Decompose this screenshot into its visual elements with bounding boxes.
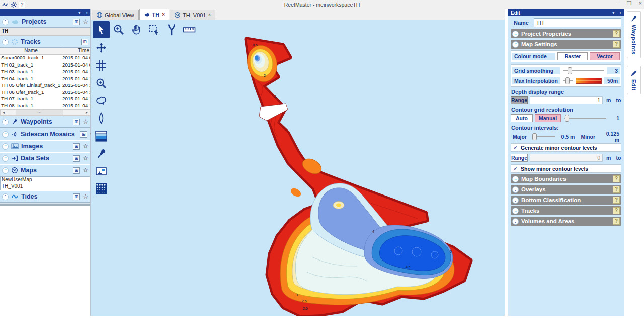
manual-button[interactable]: Manual bbox=[535, 114, 561, 122]
pin-panel-icon[interactable]: ⊸ bbox=[84, 10, 88, 15]
sidebar-section-datasets[interactable]: ⌃ Data Sets ⊞ ☆ bbox=[0, 152, 90, 164]
vector-button[interactable]: Vector bbox=[590, 52, 620, 60]
section-tracks[interactable]: ⌄ Tracks ? bbox=[511, 206, 621, 215]
section-volumes-areas[interactable]: ⌄ Volumes and Areas ? bbox=[511, 217, 621, 226]
favorite-star-icon[interactable]: ☆ bbox=[83, 18, 88, 25]
resolution-slider[interactable] bbox=[563, 114, 607, 122]
help-icon[interactable]: ? bbox=[613, 30, 620, 37]
scroll-right-icon[interactable]: ▸ bbox=[84, 110, 90, 115]
generate-minor-contours-row[interactable]: ✔ Generate minor contour levels bbox=[511, 143, 621, 152]
favorite-star-icon[interactable]: ☆ bbox=[83, 193, 88, 200]
collapse-chevron-icon[interactable]: ⌃ bbox=[512, 41, 519, 48]
major-interval-slider[interactable] bbox=[531, 133, 556, 141]
collapse-chevron-icon[interactable]: ⌃ bbox=[2, 155, 9, 162]
grid-toggle-button[interactable] bbox=[93, 57, 110, 74]
tracks-horizontal-scrollbar[interactable]: ◂ ⋯ ▸ bbox=[0, 109, 90, 116]
add-map-button[interactable]: ⊞ bbox=[73, 167, 80, 174]
scrollbar-thumb[interactable]: ⋯ bbox=[16, 110, 63, 115]
map-item-newusermap[interactable]: NewUserMap bbox=[1, 177, 90, 183]
help-icon[interactable]: ? bbox=[613, 41, 620, 48]
help-icon[interactable]: ? bbox=[613, 175, 620, 182]
collapse-chevron-icon[interactable]: ⌄ bbox=[512, 186, 519, 193]
panel-splitter[interactable] bbox=[505, 9, 508, 316]
section-map-settings[interactable]: ⌃ Map Settings ? bbox=[511, 40, 621, 49]
column-name[interactable]: Name bbox=[0, 48, 62, 54]
add-waypoint-button[interactable]: ⊞ bbox=[73, 119, 80, 125]
bathymetry-map[interactable]: 0.5 2 1 4 4.5 5 3 2.5 2.5 bbox=[91, 20, 505, 316]
restore-button[interactable]: ❐ bbox=[627, 0, 632, 7]
sidebar-section-tracks[interactable]: ⌃ Tracks ⊞ bbox=[0, 36, 90, 48]
column-time[interactable]: Time bbox=[62, 48, 90, 54]
slider-thumb[interactable] bbox=[532, 133, 537, 140]
collapse-chevron-icon[interactable]: ⌃ bbox=[2, 167, 9, 174]
tab-edit-vertical[interactable]: Edit bbox=[627, 66, 641, 94]
track-row[interactable]: TH 02_track_12015-01-04 0 bbox=[0, 62, 90, 69]
scroll-left-icon[interactable]: ◂ bbox=[1, 110, 7, 115]
sidebar-section-waypoints[interactable]: ⌃ Waypoints ⊞ ☆ bbox=[0, 116, 90, 128]
show-minor-contours-row[interactable]: ✔ Show minor contour levels bbox=[511, 164, 621, 173]
grid-smoothing-slider[interactable] bbox=[562, 67, 605, 75]
add-tide-button[interactable]: ⊞ bbox=[73, 193, 80, 200]
depth-range-button[interactable]: Range bbox=[511, 96, 528, 104]
name-input[interactable] bbox=[534, 18, 621, 27]
section-project-properties[interactable]: ⌄ Project Properties ? bbox=[511, 29, 621, 38]
close-tab-icon[interactable]: × bbox=[208, 12, 211, 18]
texture-fill-button[interactable] bbox=[93, 180, 110, 198]
collapse-chevron-icon[interactable]: ⌄ bbox=[512, 176, 519, 182]
depth-shading-button[interactable] bbox=[93, 127, 110, 145]
section-map-boundaries[interactable]: ⌄ Map Boundaries ? bbox=[511, 174, 621, 183]
minor-from-input[interactable] bbox=[530, 154, 603, 162]
show-minor-checkbox[interactable]: ✔ bbox=[513, 166, 518, 171]
collapse-chevron-icon[interactable]: ⌄ bbox=[512, 218, 519, 225]
slider-thumb[interactable] bbox=[565, 115, 569, 122]
tab-waypoints-vertical[interactable]: Waypoints bbox=[627, 11, 641, 58]
max-interpolation-slider[interactable] bbox=[562, 77, 574, 85]
measure-tool-button[interactable] bbox=[181, 21, 198, 38]
zoom-tool-button[interactable] bbox=[110, 21, 127, 38]
tracks-table-header[interactable]: Name Time bbox=[0, 48, 90, 55]
favorite-star-icon[interactable]: ☆ bbox=[83, 118, 88, 125]
generate-minor-checkbox[interactable]: ✔ bbox=[513, 145, 518, 150]
collapse-chevron-icon[interactable]: ⌄ bbox=[512, 31, 519, 37]
export-image-button[interactable] bbox=[93, 163, 110, 180]
collapse-chevron-icon[interactable]: ⌄ bbox=[512, 197, 519, 204]
add-project-button[interactable]: ⊞ bbox=[73, 19, 80, 25]
pan-tool-button[interactable] bbox=[128, 21, 145, 38]
sidebar-section-images[interactable]: ⌃ Images ⊞ ☆ bbox=[0, 140, 90, 152]
project-item-th[interactable]: TH bbox=[0, 28, 90, 36]
zoom-region-button[interactable] bbox=[93, 75, 110, 92]
track-row[interactable]: TH 05 Ufer Einlauf_track_12015-01-04 1 bbox=[0, 82, 90, 89]
pin-tool-button[interactable] bbox=[93, 145, 110, 162]
sidebar-section-maps[interactable]: ⌃ Maps ⊞ ☆ bbox=[0, 164, 90, 176]
map-canvas[interactable]: 0.5 2 1 4 4.5 5 3 2.5 2.5 bbox=[91, 20, 505, 316]
depth-from-input[interactable] bbox=[530, 96, 603, 104]
add-image-button[interactable]: ⊞ bbox=[73, 143, 80, 150]
add-track-button[interactable]: ⊞ bbox=[81, 39, 88, 45]
help-icon[interactable]: ? bbox=[613, 197, 620, 204]
track-row[interactable]: TH 08_track_12015-01-04 1 bbox=[0, 103, 90, 110]
collapse-chevron-icon[interactable]: ⌃ bbox=[2, 131, 9, 138]
help-icon[interactable]: ? bbox=[613, 218, 620, 225]
map-item-th-v001[interactable]: TH_V001 bbox=[1, 183, 90, 190]
raster-button[interactable]: Raster bbox=[557, 52, 588, 60]
map-boundary-button[interactable] bbox=[93, 92, 110, 109]
section-overlays[interactable]: ⌄ Overlays ? bbox=[511, 185, 621, 194]
collapse-chevron-icon[interactable]: ⌃ bbox=[2, 143, 9, 150]
marquee-select-tool-button[interactable] bbox=[145, 21, 163, 38]
select-tool-button[interactable] bbox=[93, 21, 110, 38]
slider-thumb[interactable] bbox=[565, 77, 570, 84]
add-dataset-button[interactable]: ⊞ bbox=[73, 155, 80, 162]
help-icon[interactable]: ? bbox=[613, 207, 620, 214]
collapse-chevron-icon[interactable]: ⌄ bbox=[512, 208, 519, 214]
track-row[interactable]: TH 06 Ufer_track_12015-01-04 1 bbox=[0, 89, 90, 96]
collapse-panel-icon[interactable]: ▾ bbox=[612, 10, 615, 15]
favorite-star-icon[interactable]: ☆ bbox=[83, 155, 88, 162]
track-row[interactable]: Sonar0000_track_12015-01-04 0 bbox=[0, 55, 90, 62]
tab-th[interactable]: TH × bbox=[139, 9, 170, 20]
track-split-tool-button[interactable] bbox=[163, 21, 180, 38]
minimize-button[interactable]: – bbox=[617, 0, 620, 7]
collapse-chevron-icon[interactable]: ⌃ bbox=[2, 39, 9, 45]
sidebar-section-projects[interactable]: ⌃ Projects ⊞ ☆ bbox=[0, 16, 90, 28]
collapse-chevron-icon[interactable]: ⌃ bbox=[2, 119, 9, 125]
collapse-chevron-icon[interactable]: ⌃ bbox=[2, 19, 9, 25]
